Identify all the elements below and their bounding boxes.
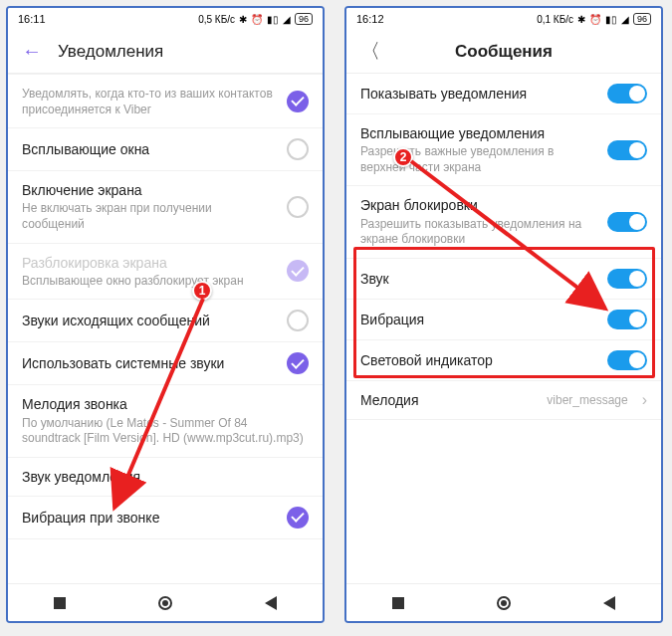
android-navbar	[8, 583, 323, 621]
row-screen-on[interactable]: Включение экрана Не включать экран при п…	[8, 171, 323, 243]
row-melody[interactable]: Мелодия viber_message ›	[346, 381, 661, 420]
row-notification-sound[interactable]: Звук уведомления	[8, 458, 323, 497]
row-title: Показывать уведомления	[360, 85, 597, 103]
toggle-on-icon[interactable]	[607, 350, 647, 370]
row-value: viber_message	[547, 393, 627, 407]
row-lock-screen[interactable]: Экран блокировки Разрешить показывать ув…	[346, 186, 661, 258]
row-title: Мелодия звонка	[22, 395, 309, 413]
status-right: 0,5 КБ/с ✱ ⏰ ▮▯ ◢ 96	[198, 13, 313, 25]
radio-checked-disabled-icon	[287, 260, 309, 282]
row-sub: Разрешить показывать уведомления на экра…	[360, 217, 597, 248]
radio-checked-icon[interactable]	[287, 352, 309, 374]
toggle-on-icon[interactable]	[607, 212, 647, 232]
row-sub: Не включать экран при получении сообщени…	[22, 201, 277, 232]
row-popup-windows[interactable]: Всплывающие окна	[8, 128, 323, 171]
row-title: Включение экрана	[22, 181, 277, 199]
row-title: Мелодия	[360, 391, 537, 409]
toggle-on-icon[interactable]	[607, 269, 647, 289]
row-outgoing-sounds[interactable]: Звуки исходящих сообщений	[8, 300, 323, 342]
row-sub: По умолчанию (Le Matos - Summer Of 84 so…	[22, 416, 309, 447]
status-time: 16:12	[356, 13, 384, 25]
alarm-icon: ⏰	[251, 14, 263, 25]
row-ringtone[interactable]: Мелодия звонка По умолчанию (Le Matos - …	[8, 385, 323, 457]
phone-left: 16:11 0,5 КБ/с ✱ ⏰ ▮▯ ◢ 96 ← Уведомления…	[6, 6, 325, 623]
signal-icon: ▮▯	[605, 14, 617, 25]
toggle-on-icon[interactable]	[607, 84, 647, 104]
row-title: Световой индикатор	[360, 351, 597, 369]
settings-list: Показывать уведомления Всплывающие уведо…	[346, 74, 661, 420]
signal-icon: ▮▯	[267, 14, 279, 25]
page-title: Уведомления	[58, 42, 163, 62]
row-sound[interactable]: Звук	[346, 259, 661, 300]
back-icon[interactable]: ←	[22, 40, 42, 63]
row-title: Звуки исходящих сообщений	[22, 312, 277, 329]
row-contact-joined[interactable]: Уведомлять, когда кто-то из ваших контак…	[8, 74, 323, 128]
statusbar: 16:11 0,5 КБ/с ✱ ⏰ ▮▯ ◢ 96	[8, 8, 323, 30]
nav-home-icon[interactable]	[497, 596, 511, 610]
row-vibration[interactable]: Вибрация	[346, 300, 661, 340]
row-title: Всплывающие уведомления	[360, 124, 597, 142]
bluetooth-icon: ✱	[239, 14, 247, 25]
toggle-on-icon[interactable]	[607, 140, 647, 160]
back-icon[interactable]: 〈	[360, 38, 380, 65]
battery-icon: 96	[295, 13, 313, 25]
row-unlock-screen: Разблокировка экрана Всплывающее окно ра…	[8, 244, 323, 301]
row-title: Звук	[360, 270, 597, 288]
radio-checked-icon[interactable]	[287, 507, 309, 529]
alarm-icon: ⏰	[589, 14, 601, 25]
status-net: 0,5 КБ/с	[198, 14, 235, 25]
radio-unchecked-icon[interactable]	[287, 196, 309, 218]
row-system-sounds[interactable]: Использовать системные звуки	[8, 342, 323, 385]
android-navbar	[346, 583, 661, 621]
nav-recent-icon[interactable]	[392, 597, 404, 609]
header: ← Уведомления	[8, 30, 323, 74]
wifi-icon: ◢	[621, 14, 629, 25]
row-sub: Уведомлять, когда кто-то из ваших контак…	[22, 87, 277, 117]
row-title: Вибрация	[360, 311, 597, 328]
nav-home-icon[interactable]	[158, 596, 172, 610]
nav-back-icon[interactable]	[603, 596, 615, 610]
bluetooth-icon: ✱	[577, 14, 585, 25]
nav-recent-icon[interactable]	[54, 597, 66, 609]
row-title: Экран блокировки	[360, 196, 597, 214]
statusbar: 16:12 0,1 КБ/с ✱ ⏰ ▮▯ ◢ 96	[346, 8, 661, 30]
row-sub: Разрешить важные уведомления в верхней ч…	[360, 144, 597, 175]
nav-back-icon[interactable]	[265, 596, 277, 610]
status-time: 16:11	[18, 13, 46, 25]
row-title: Использовать системные звуки	[22, 354, 277, 372]
radio-unchecked-icon[interactable]	[287, 310, 309, 331]
radio-checked-icon[interactable]	[287, 91, 309, 112]
phone-right: 16:12 0,1 КБ/с ✱ ⏰ ▮▯ ◢ 96 〈 Сообщения П…	[344, 6, 663, 623]
row-title: Всплывающие окна	[22, 140, 277, 158]
status-right: 0,1 КБ/с ✱ ⏰ ▮▯ ◢ 96	[537, 13, 651, 25]
row-title: Разблокировка экрана	[22, 254, 277, 272]
header: 〈 Сообщения	[346, 30, 661, 74]
toggle-on-icon[interactable]	[607, 310, 647, 329]
row-vibration-call[interactable]: Вибрация при звонке	[8, 497, 323, 539]
radio-unchecked-icon[interactable]	[287, 138, 309, 160]
status-net: 0,1 КБ/с	[537, 14, 573, 25]
chevron-right-icon: ›	[642, 391, 647, 409]
row-sub: Всплывающее окно разблокирует экран	[22, 274, 277, 290]
row-show-notifications[interactable]: Показывать уведомления	[346, 74, 661, 114]
settings-list: Уведомлять, когда кто-то из ваших контак…	[8, 74, 323, 539]
wifi-icon: ◢	[283, 14, 291, 25]
row-title: Звук уведомления	[22, 468, 309, 486]
row-popup-notifications[interactable]: Всплывающие уведомления Разрешить важные…	[346, 114, 661, 186]
battery-icon: 96	[633, 13, 651, 25]
row-light-indicator[interactable]: Световой индикатор	[346, 340, 661, 381]
page-title: Сообщения	[455, 42, 553, 62]
row-title: Вибрация при звонке	[22, 509, 277, 527]
